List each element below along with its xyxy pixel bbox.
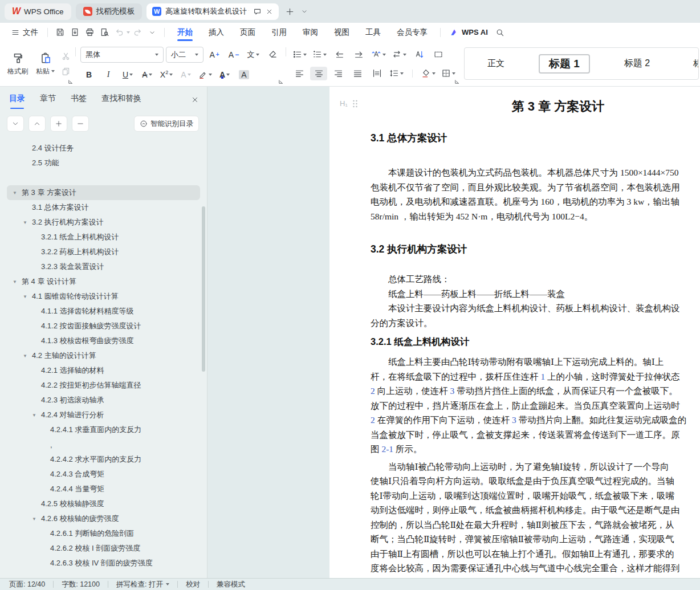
tab-wps-office[interactable]: W WPS Office — [5, 3, 71, 20]
file-menu[interactable]: 文件 — [7, 27, 43, 38]
menu-tab-1[interactable]: 插入 — [201, 23, 232, 42]
strikethrough-button[interactable]: A — [139, 68, 156, 82]
character-scale-button[interactable] — [369, 48, 388, 62]
toc-item-3[interactable]: ▼第 3 章 方案设计 — [7, 185, 200, 200]
comment-bubble-icon[interactable] — [253, 7, 262, 16]
toc-item-6[interactable]: 3.2.1 纸盒上料机构设计 — [7, 230, 200, 245]
toc-collapse-arrow-icon[interactable]: ▼ — [23, 294, 27, 299]
increase-indent-button[interactable] — [350, 48, 367, 62]
sidebar-close-button[interactable] — [191, 96, 199, 104]
status-item-3[interactable]: 校对 — [186, 580, 200, 589]
print-preview-button[interactable] — [97, 26, 112, 39]
sidebar-tab-2[interactable]: 书签 — [71, 93, 87, 109]
style-item-0[interactable]: 正文 — [478, 56, 514, 71]
toc-item-24[interactable]: 4.2.5 校核轴静强度 — [7, 497, 200, 511]
style-item-3[interactable]: 标题 3 — [684, 56, 699, 71]
toc-collapse-arrow-icon[interactable]: ▼ — [32, 516, 36, 522]
menu-tab-6[interactable]: 工具 — [357, 23, 389, 42]
menu-tab-4[interactable]: 审阅 — [295, 23, 326, 42]
menu-tab-7[interactable]: 会员专享 — [389, 23, 436, 42]
toc-item-16[interactable]: 4.2.2 按扭矩初步估算轴端直径 — [7, 378, 200, 393]
menu-tab-2[interactable]: 页面 — [232, 23, 263, 42]
toc-expand-all-button[interactable] — [7, 116, 24, 132]
toc-collapse-all-button[interactable] — [29, 116, 46, 132]
export-pdf-button[interactable] — [67, 26, 82, 39]
align-center-button[interactable] — [310, 67, 327, 80]
menu-tab-0[interactable]: 开始 — [169, 23, 201, 42]
toc-collapse-arrow-icon[interactable]: ▼ — [32, 413, 36, 418]
cut-icon[interactable] — [61, 51, 71, 61]
toc-collapse-arrow-icon[interactable]: ▼ — [13, 190, 17, 196]
toc-item-26[interactable]: 4.2.6.1 判断轴的危险剖面 — [7, 526, 200, 541]
undo-button[interactable] — [112, 26, 127, 39]
toc-item-11[interactable]: 4.1.1 选择齿轮材料精度等级 — [7, 304, 200, 319]
tab-document[interactable]: W 高速旋转取料装盒机设计 说明 — [146, 3, 279, 20]
font-name-select[interactable]: 黑体 — [80, 47, 164, 63]
toc-item-17[interactable]: 4.2.3 初选滚动轴承 — [7, 393, 200, 408]
borders-button[interactable] — [439, 67, 457, 80]
toc-item-13[interactable]: 4.1.3 校核齿根弯曲疲劳强度 — [7, 333, 200, 348]
close-tab-icon[interactable] — [266, 8, 273, 15]
toc-item-18[interactable]: ▼4.2.4 对轴进行分析 — [7, 408, 200, 422]
toc-item-27[interactable]: 4.2.6.2 校核 I 剖面疲劳强度 — [7, 541, 200, 556]
toc-item-14[interactable]: ▼4.2 主轴的设计计算 — [7, 348, 200, 363]
toc-item-7[interactable]: 3.2.2 药板上料机构设计 — [7, 245, 200, 259]
new-tab-button[interactable] — [283, 5, 296, 18]
save-button[interactable] — [52, 26, 67, 39]
sidebar-tab-0[interactable]: 目录 — [9, 93, 25, 109]
character-shading-button[interactable]: A — [235, 68, 253, 82]
clipboard-dialog-launcher-icon[interactable] — [68, 79, 73, 84]
toc-item-8[interactable]: 3.2.3 装盒装置设计 — [7, 259, 200, 274]
format-painter-button[interactable]: 格式刷 — [3, 50, 32, 79]
shrink-font-button[interactable]: A− — [225, 48, 242, 62]
decrease-indent-button[interactable] — [331, 48, 348, 62]
shading-button[interactable] — [420, 67, 437, 80]
toc-item-15[interactable]: 4.2.1 选择轴的材料 — [7, 363, 200, 378]
toc-item-12[interactable]: 4.1.2 按齿面接触疲劳强度设计 — [7, 319, 200, 333]
bold-button[interactable]: B — [80, 68, 97, 82]
status-item-4[interactable]: 兼容模式 — [217, 580, 245, 589]
justify-button[interactable] — [349, 67, 366, 80]
highlight-button[interactable] — [197, 68, 214, 82]
copy-icon[interactable] — [61, 67, 71, 76]
grow-font-button[interactable]: A+ — [206, 48, 223, 62]
toc-item-20[interactable]: , — [7, 437, 200, 452]
distribute-button[interactable] — [368, 67, 385, 80]
align-right-button[interactable] — [329, 67, 347, 80]
style-item-1[interactable]: 标题 1 — [539, 54, 590, 74]
menu-tab-3[interactable]: 引用 — [263, 23, 295, 42]
toc-item-21[interactable]: 4.2.4.2 求水平面内的支反力 — [7, 452, 200, 467]
paragraph-dialog-launcher-icon[interactable] — [454, 79, 459, 84]
style-item-2[interactable]: 标题 2 — [615, 55, 659, 72]
status-item-2[interactable]: 拼写检查: 打开 — [116, 580, 169, 589]
toc-item-4[interactable]: 3.1 总体方案设计 — [7, 200, 200, 215]
toc-item-5[interactable]: ▼3.2 执行机构方案设计 — [7, 215, 200, 230]
toc-zoom-out-button[interactable] — [72, 116, 89, 132]
status-item-1[interactable]: 字数: 12100 — [62, 580, 100, 589]
status-item-0[interactable]: 页面: 12/40 — [9, 580, 45, 589]
sidebar-scrollbar[interactable] — [202, 206, 205, 372]
align-left-button[interactable] — [291, 67, 308, 80]
quickbar-dropdown[interactable] — [145, 26, 160, 39]
toc-item-25[interactable]: ▼4.2.6 校核轴的疲劳强度 — [7, 511, 200, 526]
text-layout-button[interactable] — [430, 48, 447, 62]
redo-button[interactable] — [130, 26, 145, 39]
tab-list-dropdown[interactable] — [298, 5, 311, 18]
font-size-select[interactable]: 小二 — [166, 47, 204, 63]
tab-docer-templates[interactable]: 找稻壳模板 — [76, 3, 143, 20]
sidebar-tab-1[interactable]: 章节 — [40, 93, 56, 109]
search-button[interactable] — [493, 26, 507, 39]
sort-button[interactable] — [410, 48, 428, 62]
bullet-list-button[interactable] — [291, 48, 308, 62]
document-page[interactable]: H₁ 第 3 章 方案设计3.1 总体方案设计 本课题设计的包装机为立式药品包装… — [329, 87, 700, 578]
toc-collapse-arrow-icon[interactable]: ▼ — [13, 279, 17, 284]
underline-button[interactable]: U — [119, 68, 136, 82]
toc-item-0[interactable]: 2.4 设计任务 — [7, 141, 200, 156]
numbered-list-button[interactable] — [311, 48, 328, 62]
toc-zoom-in-button[interactable] — [50, 116, 67, 132]
wps-ai-button[interactable]: WPS AI — [445, 28, 493, 37]
print-button[interactable] — [82, 26, 97, 39]
font-color-button[interactable]: A — [216, 68, 233, 82]
toc-item-22[interactable]: 4.2.4.3 合成弯矩 — [7, 467, 200, 482]
toc-item-19[interactable]: 4.2.4.1 求垂直面内的支反力 — [7, 422, 200, 437]
